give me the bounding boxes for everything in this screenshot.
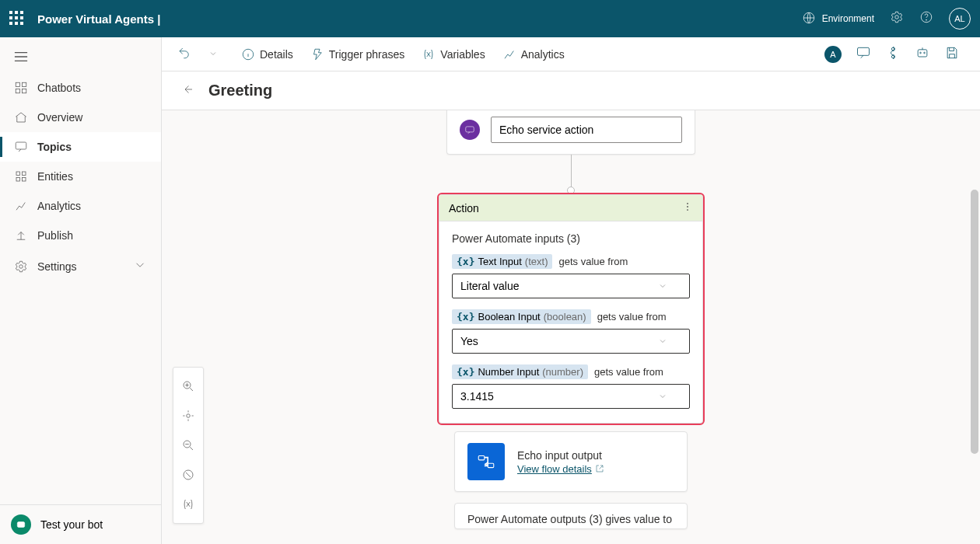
sidebar-item-label: Analytics	[37, 200, 81, 212]
zoom-out-button[interactable]	[176, 431, 201, 459]
settings-gear-icon[interactable]	[890, 10, 904, 27]
variable-chip[interactable]: {x} Boolean Input (boolean)	[452, 309, 591, 324]
info-icon	[241, 47, 255, 61]
editor-toolbar: Details Trigger phrases Variables Analyt…	[162, 37, 980, 71]
action-node[interactable]: Action Power Automate inputs (3) {x}	[439, 194, 703, 424]
trigger-phrase-input[interactable]: Echo service action	[491, 117, 682, 143]
tab-variables[interactable]: Variables	[415, 44, 491, 65]
action-input-row: {x} Text Input (text) gets value from Li…	[452, 254, 690, 298]
fit-to-screen-button[interactable]	[176, 402, 201, 430]
authoring-canvas[interactable]: Echo service action Action Power Automat…	[162, 110, 980, 544]
environment-picker[interactable]: Environment	[802, 11, 874, 27]
value-select-boolean[interactable]: Yes	[452, 329, 690, 354]
environment-label: Environment	[822, 13, 874, 24]
zoom-in-button[interactable]	[176, 372, 201, 400]
flow-title: Echo input output	[517, 449, 604, 462]
gets-label: gets value from	[558, 256, 628, 267]
svg-point-29	[187, 414, 191, 418]
svg-rect-26	[478, 455, 485, 459]
sidebar-item-chatbots[interactable]: Chatbots	[0, 73, 161, 103]
author-avatar-pill[interactable]: A	[824, 46, 842, 63]
variable-chip[interactable]: {x} Text Input (text)	[452, 254, 552, 269]
gets-label: gets value from	[594, 366, 663, 378]
gets-label: gets value from	[597, 311, 667, 323]
variable-braces-icon: {x}	[457, 311, 474, 323]
bot-icon	[11, 514, 31, 535]
outputs-text: Power Automate outputs (3) gives value t…	[467, 513, 674, 525]
save-icon[interactable]	[944, 45, 960, 64]
publish-icon	[14, 228, 28, 242]
variable-chip[interactable]: {x} Number Input (number)	[452, 364, 588, 379]
sidebar-item-publish[interactable]: Publish	[0, 221, 161, 250]
connector-join[interactable]	[567, 187, 575, 194]
globe-icon	[802, 11, 816, 27]
variables-panel-button[interactable]	[176, 490, 201, 518]
outputs-node[interactable]: Power Automate outputs (3) gives value t…	[454, 503, 688, 529]
trigger-node[interactable]: Echo service action	[446, 110, 695, 155]
undo-button[interactable]	[177, 46, 191, 63]
topic-checker-icon[interactable]	[885, 45, 901, 64]
sidebar-item-label: Publish	[37, 229, 73, 242]
sidebar-item-analytics[interactable]: Analytics	[0, 191, 161, 221]
svg-rect-19	[918, 49, 927, 56]
svg-point-23	[687, 203, 688, 204]
svg-rect-5	[23, 82, 26, 86]
vertical-scrollbar[interactable]	[971, 112, 978, 542]
sidebar-item-label: Settings	[37, 260, 77, 273]
action-title: Action	[449, 202, 479, 214]
power-automate-icon	[467, 443, 505, 480]
undo-dropdown[interactable]	[208, 47, 218, 61]
tab-trigger-phrases[interactable]: Trigger phrases	[304, 44, 411, 65]
tab-label: Variables	[440, 48, 485, 61]
left-sidebar: Chatbots Overview Topics Entities Analyt…	[0, 37, 162, 544]
flow-reference-node[interactable]: Echo input output View flow details	[454, 431, 688, 492]
grid-icon	[14, 81, 28, 95]
svg-rect-8	[16, 142, 26, 149]
zoom-toolbar	[173, 367, 204, 524]
sidebar-item-settings[interactable]: Settings	[0, 250, 161, 282]
gear-icon	[14, 260, 28, 274]
bot-icon[interactable]	[915, 45, 930, 64]
svg-rect-27	[488, 463, 494, 467]
test-bot-label: Test your bot	[40, 518, 103, 531]
chat-test-icon[interactable]	[856, 45, 871, 64]
svg-point-20	[920, 52, 922, 54]
help-icon[interactable]	[919, 10, 933, 27]
view-flow-details-link[interactable]: View flow details	[517, 463, 604, 475]
svg-rect-9	[16, 172, 20, 176]
sidebar-item-label: Overview	[37, 111, 82, 124]
variable-braces-icon: {x}	[457, 256, 474, 267]
chevron-down-icon	[658, 281, 667, 291]
sidebar-item-overview[interactable]: Overview	[0, 103, 161, 132]
tab-analytics[interactable]: Analytics	[496, 44, 571, 65]
back-button[interactable]	[180, 82, 194, 99]
sidebar-item-entities[interactable]: Entities	[0, 162, 161, 191]
app-title: Power Virtual Agents |	[37, 12, 160, 26]
sidebar-item-topics[interactable]: Topics	[0, 132, 161, 162]
svg-rect-6	[16, 89, 19, 93]
user-avatar[interactable]: AL	[949, 8, 971, 30]
message-icon	[460, 120, 480, 140]
chevron-down-icon	[658, 337, 667, 346]
tab-label: Details	[260, 48, 293, 61]
analytics-icon	[14, 199, 28, 213]
home-icon	[14, 110, 28, 124]
svg-rect-10	[23, 172, 26, 176]
collapse-sidebar-button[interactable]	[0, 44, 161, 73]
entities-icon	[14, 169, 28, 183]
more-options-icon[interactable]	[682, 201, 693, 214]
minimap-button[interactable]	[176, 461, 201, 489]
value-select-number[interactable]: 3.1415	[452, 384, 690, 409]
action-subtitle: Power Automate inputs (3)	[452, 232, 690, 245]
tab-details[interactable]: Details	[235, 44, 299, 65]
svg-point-1	[895, 16, 899, 19]
value-select-text[interactable]: Literal value	[452, 274, 690, 298]
chart-icon	[502, 47, 516, 61]
test-your-bot-button[interactable]: Test your bot	[0, 504, 161, 544]
variable-icon	[422, 47, 436, 61]
chat-icon	[14, 140, 28, 154]
sidebar-item-label: Entities	[37, 170, 73, 183]
action-input-row: {x} Number Input (number) gets value fro…	[452, 364, 690, 409]
app-launcher-icon[interactable]	[9, 11, 25, 26]
chevron-down-icon	[133, 258, 147, 274]
